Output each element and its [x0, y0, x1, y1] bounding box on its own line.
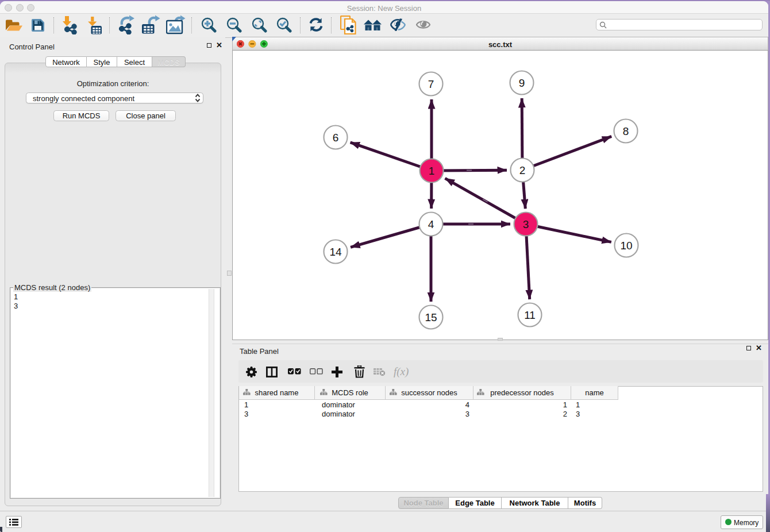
svg-text:3: 3	[523, 218, 529, 230]
svg-text:15: 15	[425, 311, 437, 323]
svg-text:11: 11	[524, 309, 536, 321]
svg-text:6: 6	[333, 132, 339, 144]
svg-text:10: 10	[620, 240, 632, 252]
svg-text:2: 2	[519, 164, 526, 176]
svg-text:7: 7	[428, 78, 434, 90]
svg-text:1: 1	[429, 165, 435, 177]
svg-text:14: 14	[329, 246, 342, 258]
svg-text:4: 4	[428, 218, 434, 230]
svg-text:9: 9	[519, 77, 525, 89]
svg-text:8: 8	[623, 125, 629, 137]
